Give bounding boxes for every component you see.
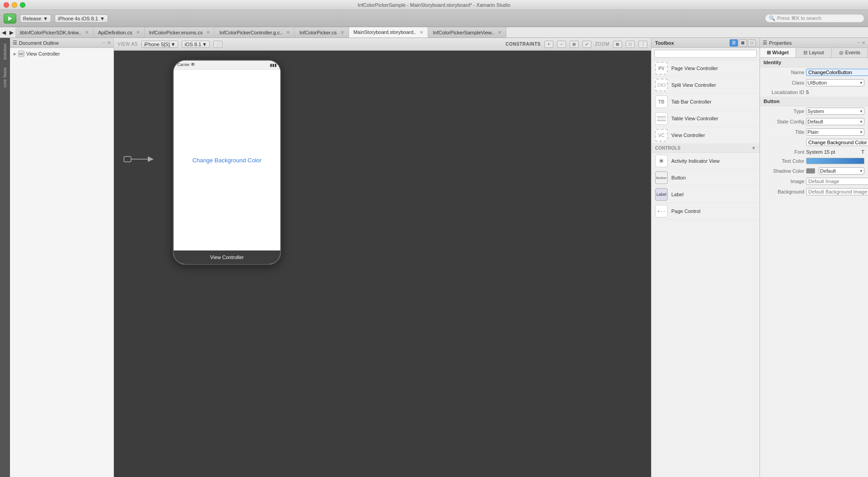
toolbox-item-button[interactable]: Button Button (651, 170, 760, 186)
tab-widget[interactable]: ⊞ Widget (760, 48, 796, 57)
tab-close-infcolorpicker[interactable]: ✕ (340, 30, 344, 35)
canvas-device-arrow: ▼ (171, 42, 176, 47)
tab-infcolorpickerenums[interactable]: InfColorPicker.enums.cs ✕ (145, 27, 215, 38)
state-config-value: Default (807, 119, 823, 124)
tab-infcolorpickercontroller[interactable]: InfColorPickerController.g.c.. ✕ (215, 27, 295, 38)
tab-nav-prev[interactable]: ◀ (0, 27, 8, 38)
canvas-ios-arrow: ▼ (202, 42, 207, 47)
properties-collapse[interactable]: − (857, 40, 860, 45)
toolbox-item-split-view-controller[interactable]: Split View Controller (651, 77, 760, 94)
identity-section-title: Identity (760, 58, 868, 67)
type-prop-select[interactable]: System ▼ (806, 108, 864, 115)
canvas-orientation-btn[interactable]: ⬜ (213, 41, 222, 48)
state-config-select[interactable]: Default ▼ (806, 118, 864, 125)
toolbox-search-input[interactable] (654, 50, 757, 58)
canvas-view-btn[interactable]: ⋮ (638, 41, 647, 48)
tab-close-infcolorpickercontroller[interactable]: ✕ (286, 30, 290, 35)
text-color-swatch[interactable] (806, 158, 864, 164)
name-prop-input[interactable] (806, 69, 868, 76)
font-edit-icon[interactable]: T (861, 149, 864, 155)
canvas-ios-select[interactable]: iOS 8.1 ▼ (182, 41, 210, 48)
toolbox-view-toggle: ☰ ⊞ □ (730, 39, 756, 47)
shadow-color-select[interactable]: Default ▼ (819, 167, 864, 175)
document-outline-close[interactable]: ✕ (107, 40, 111, 45)
document-outline-collapse[interactable]: − (103, 40, 105, 45)
class-prop-value: UIButton (807, 80, 827, 85)
canvas-ios-label: iOS 8.1 (184, 42, 201, 47)
constraints-add-btn[interactable]: + (544, 41, 553, 48)
properties-close[interactable]: ✕ (862, 40, 865, 45)
scheme-arrow: ▼ (43, 16, 48, 21)
tab-infcolorpickersampleview[interactable]: InfColorPickerSampleView.. ✕ (428, 27, 506, 38)
controls-section-label: Controls (655, 146, 680, 151)
zoom-fit-btn[interactable]: ⊠ (613, 41, 622, 48)
change-background-color-button[interactable]: Change Background Color (192, 157, 261, 164)
global-search[interactable]: 🔍 Press ⌘K to search (765, 14, 864, 23)
tab-solution[interactable]: Solution (3, 42, 7, 62)
titlebar: InfColorPickerSample - MainStoryboard.st… (0, 0, 868, 10)
outline-item-viewcontroller[interactable]: ▶ VC View Controller (12, 50, 112, 58)
close-button[interactable] (4, 2, 9, 8)
canvas-expand-btn[interactable]: ⤢ (582, 41, 591, 48)
minimize-button[interactable] (12, 2, 17, 8)
tab-close-apidefinition[interactable]: ✕ (136, 30, 140, 35)
title-value-input[interactable] (806, 139, 868, 146)
tab-close-infcolorpickersampleview[interactable]: ✕ (498, 30, 501, 35)
constraints-remove-btn[interactable]: − (557, 41, 566, 48)
shadow-color-swatch[interactable] (806, 168, 815, 174)
text-color-label: Text Color (764, 158, 804, 164)
tab-unit-tests[interactable]: Unit Tests (3, 66, 7, 89)
canvas-device-select[interactable]: iPhone 5[S] ▼ (142, 41, 179, 48)
tab-nav-next[interactable]: ▶ (8, 27, 15, 38)
maximize-button[interactable] (20, 2, 25, 8)
activity-indicator-icon: ✳ (655, 155, 668, 167)
class-select-arrow: ▼ (859, 81, 863, 85)
svg-rect-1 (124, 156, 131, 162)
state-config-label: State Config (764, 119, 804, 124)
scheme-selector[interactable]: Release ▼ (20, 14, 51, 23)
vc-icon: VC (18, 51, 24, 57)
tab-close-libinfcolorpickersdk[interactable]: ✕ (85, 30, 89, 35)
toolbox-item-page-view-controller[interactable]: PV Page View Controller (651, 60, 760, 77)
image-prop-input[interactable] (806, 178, 868, 185)
tab-close-mainstoryboard[interactable]: ✕ (420, 30, 423, 35)
tab-layout[interactable]: ⊟ Layout (796, 48, 832, 57)
toolbox-item-page-control[interactable]: • ◦ ◦ Page Control (651, 203, 760, 220)
tab-events[interactable]: ◎ Events (832, 48, 868, 57)
zoom-out-btn[interactable]: □ (626, 41, 635, 48)
canvas-fit-btn[interactable]: ⊞ (570, 41, 579, 48)
tab-infcolorpicker[interactable]: InfColorPicker.cs ✕ (295, 27, 349, 38)
zoom-label: ZOOM (595, 42, 609, 47)
tab-mainstoryboard[interactable]: MainStoryboard.storyboard.. ✕ (349, 27, 429, 38)
tab-apidefinition[interactable]: ApiDefinition.cs ✕ (94, 27, 145, 38)
toolbox-item-label[interactable]: Label Label (651, 186, 760, 203)
prop-row-image: Image (760, 176, 868, 187)
property-tabs: ⊞ Widget ⊟ Layout ◎ Events (760, 48, 868, 58)
toolbox-item-label-activity: Activity Indicator View (671, 158, 720, 164)
background-prop-input[interactable] (806, 188, 868, 195)
tab-close-infcolorpickerenums[interactable]: ✕ (206, 30, 210, 35)
toolbox-list-view[interactable]: ⊞ (739, 39, 747, 47)
run-button[interactable] (4, 14, 16, 24)
toolbox-item-tab-bar-controller[interactable]: TB Tab Bar Controller (651, 94, 760, 110)
window-title: InfColorPickerSample - MainStoryboard.st… (358, 2, 510, 8)
widget-icon: ⊞ (767, 50, 771, 55)
title-prop-select[interactable]: Plain ▼ (806, 128, 864, 136)
prop-row-name: Name (760, 67, 868, 78)
background-prop-label: Background (764, 189, 804, 194)
device-selector[interactable]: iPhone 4s iOS 8.1 ▼ (55, 14, 108, 23)
iphone-mockup: Carrier 〠 ▮▮▮ Change Background Color Vi… (173, 60, 281, 265)
toolbox-item-view-controller[interactable]: VC View Controller (651, 127, 760, 144)
toolbox-search (651, 48, 760, 60)
toolbox-item-activity-indicator[interactable]: ✳ Activity Indicator View (651, 153, 760, 170)
controls-section-toggle[interactable]: ▼ (751, 146, 756, 151)
tab-libinfcolorpickersdk[interactable]: libInfColorPickerSDK.linkw.. ✕ (15, 27, 94, 38)
toolbox-item-table-view-controller[interactable]: Table View Controller (651, 110, 760, 127)
toolbox-grid-view[interactable]: ☰ (730, 39, 738, 47)
font-prop-label: Font (764, 149, 804, 155)
type-prop-value: System (807, 109, 824, 114)
device-label: iPhone 4s iOS 8.1 (58, 16, 98, 21)
class-prop-select[interactable]: UIButton ▼ (806, 79, 864, 86)
toolbox-expand-btn[interactable]: □ (748, 39, 756, 47)
controls-section-header: Controls ▼ (651, 144, 760, 153)
